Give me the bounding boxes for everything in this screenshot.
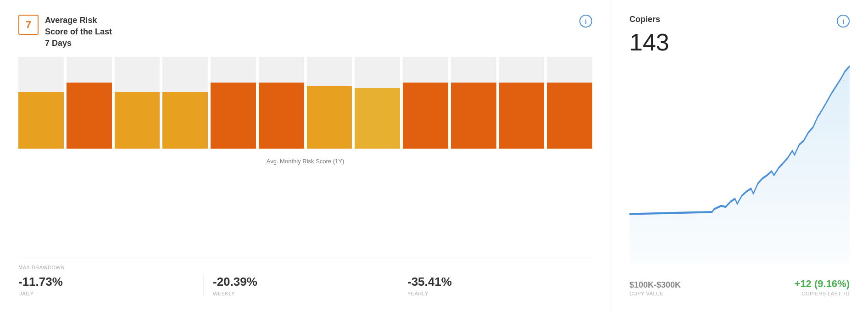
bar-bottom xyxy=(355,88,400,149)
bar-top xyxy=(259,57,304,83)
bar-top xyxy=(547,57,592,83)
bar-bottom xyxy=(403,83,448,149)
bar-item xyxy=(307,57,352,149)
drawdown-values: -11.73%DAILY-20.39%WEEKLY-35.41%YEARLY xyxy=(18,275,592,296)
bar-top xyxy=(67,57,112,83)
page-title: Average Risk Score of the Last 7 Days xyxy=(45,15,112,50)
bar-bottom xyxy=(547,83,592,149)
bar-item xyxy=(67,57,112,149)
bar-top xyxy=(307,57,352,86)
copiers-chart xyxy=(629,61,850,265)
bar-top xyxy=(115,57,160,92)
drawdown-item: -35.41%YEARLY xyxy=(407,275,592,296)
drawdown-item: -11.73%DAILY xyxy=(18,275,204,296)
copy-value-amount: $100K-$300K xyxy=(629,280,681,290)
bar-bottom xyxy=(499,83,545,149)
title-group: 7 Average Risk Score of the Last 7 Days xyxy=(18,15,112,50)
bar-top xyxy=(18,57,64,92)
bar-bottom xyxy=(18,92,64,149)
bar-item xyxy=(211,57,256,149)
bar-top xyxy=(403,57,448,83)
bar-chart xyxy=(18,57,592,149)
copiers-footer: $100K-$300K COPY VALUE +12 (9.16%) COPIE… xyxy=(629,278,850,296)
bar-top xyxy=(451,57,496,83)
drawdown-item: -20.39%WEEKLY xyxy=(213,275,398,296)
drawdown-number: -20.39% xyxy=(213,275,389,289)
bar-item xyxy=(547,57,592,149)
bar-top xyxy=(499,57,545,83)
drawdown-period: DAILY xyxy=(18,291,194,296)
bar-item xyxy=(115,57,160,149)
right-panel: Copiers i 143 $100K-$300K COPY VALUE +12… xyxy=(611,0,868,311)
bar-bottom xyxy=(307,86,352,149)
bar-item xyxy=(499,57,545,149)
chart-label: Avg. Monthly Risk Score (1Y) xyxy=(18,158,592,165)
bar-item xyxy=(403,57,448,149)
copy-value-group: $100K-$300K COPY VALUE xyxy=(629,280,681,296)
bar-bottom xyxy=(259,83,304,149)
copy-value-label: COPY VALUE xyxy=(629,291,681,296)
bar-chart-container: Avg. Monthly Risk Score (1Y) xyxy=(18,57,592,250)
bar-bottom xyxy=(67,83,112,149)
bar-item xyxy=(18,57,64,149)
bar-bottom xyxy=(162,92,208,149)
bar-top xyxy=(211,57,256,83)
copiers-change-group: +12 (9.16%) COPIERS LAST 7D xyxy=(795,278,850,296)
bar-item xyxy=(451,57,496,149)
bar-item xyxy=(259,57,304,149)
left-panel: 7 Average Risk Score of the Last 7 Days … xyxy=(0,0,611,311)
copiers-change-value: +12 (9.16%) xyxy=(795,278,850,290)
drawdown-section: MAX DRAWDOWN -11.73%DAILY-20.39%WEEKLY-3… xyxy=(18,257,592,296)
copiers-change-label: COPIERS LAST 7D xyxy=(795,291,850,296)
info-icon-right[interactable]: i xyxy=(837,15,850,28)
drawdown-period: WEEKLY xyxy=(213,291,389,296)
copiers-header: Copiers i xyxy=(629,15,850,28)
info-icon-left[interactable]: i xyxy=(579,15,592,28)
bar-item xyxy=(355,57,400,149)
risk-score-badge: 7 xyxy=(18,15,39,35)
drawdown-section-label: MAX DRAWDOWN xyxy=(18,265,592,270)
bar-item xyxy=(162,57,208,149)
bar-bottom xyxy=(115,92,160,149)
bar-top xyxy=(355,57,400,88)
copiers-title: Copiers xyxy=(629,15,660,24)
header-row: 7 Average Risk Score of the Last 7 Days … xyxy=(18,15,592,50)
drawdown-number: -11.73% xyxy=(18,275,194,289)
bar-top xyxy=(162,57,208,92)
drawdown-period: YEARLY xyxy=(407,291,583,296)
bar-bottom xyxy=(211,83,256,149)
drawdown-number: -35.41% xyxy=(407,275,583,289)
copiers-count: 143 xyxy=(629,29,850,56)
bar-bottom xyxy=(451,83,496,149)
